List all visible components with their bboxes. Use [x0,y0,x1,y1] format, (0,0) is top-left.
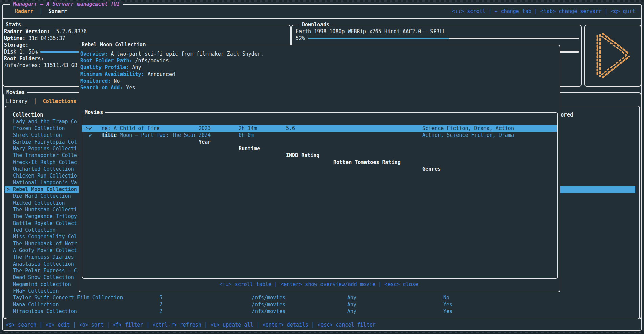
modal-header-genres: Genres [422,166,441,172]
collection-name: The Huntsman Collecti [4,207,77,213]
stats-version-value: 5.2.6.8376 [56,28,86,35]
modal-field-label: Overview: [80,51,108,57]
stats-uptime-value: 31d 04:35:37 [28,35,65,41]
modal-field-value: A two-part sci-fi epic from filmmaker Za… [108,51,264,57]
modal-field: Monitored: No [80,78,120,84]
modal-field-label: Minimum Availability: [80,71,145,77]
movie-title: Rebel Moon – Part Two: The Scar [102,132,196,139]
collection-name: Barbie Fairytopia Col [4,139,77,145]
collection-name: Anastasia Collection [4,261,74,267]
collection-monitored: Yes [443,301,452,308]
tab-separator [33,8,39,14]
terminal-screen: Managarr – A Servarr management TUI Rada… [0,2,644,331]
modal-field-value: Any [129,64,141,70]
collections-row[interactable]: Nana Collection2/nfs/moviesAnyYes [4,301,635,308]
collection-name: Frozen Collection [4,125,65,131]
movies-tab-gap1 [27,98,34,104]
movie-year: 2023 [199,125,211,132]
modal-movie-row[interactable]: =>✔ne: A Child of Fire20232h 14m5.6Scien… [82,125,557,132]
tab-gap [42,8,48,14]
collection-name: Battle Royale Collect [4,220,77,226]
modal-header-rt: Rotten Tomatoes Rating [333,159,401,166]
row-check: ✔ [89,125,92,132]
tab-library[interactable]: Library [6,98,27,104]
collection-name: Lady and the Tramp Co [4,119,77,125]
modal-field-value: /nfs/movies [132,58,169,64]
modal-field-value: No [111,78,120,84]
stats-rootfolder-value: /nfs/movies: 11511.43 GB [4,62,77,69]
stats-disk-label: Disk 1: 56% [4,48,38,55]
collection-name: Wicked Collection [4,200,65,206]
stats-title: Stats [3,21,23,28]
modal-movies-table-title: Movies [82,109,105,116]
downloads-title: Downloads [299,21,332,28]
collection-name: The Princess Diaries [4,254,74,260]
modal-movie-row[interactable]: ✔Rebel Moon – Part Two: The Scar20240h 0… [82,132,557,139]
stats-uptime-label: Uptime: [4,35,25,41]
collection-name: The Hunchback of Notr [4,241,77,247]
modal-field-label: Search on Add: [80,85,123,91]
collections-row[interactable]: Miraculous Collection2/nfs/moviesAnyYes [4,308,635,315]
collection-monitored: No [443,294,449,301]
tab-sonarr[interactable]: Sonarr [48,8,67,14]
modal-field-label: Root Folder Path: [80,58,132,64]
collection-path: /nfs/movies [252,308,285,315]
collection-name: Megamind collection [4,281,71,287]
collections-row[interactable]: Taylor Swift Concert Film Collection5/nf… [4,294,635,301]
collection-count: 2 [159,301,162,308]
collection-name: The Vengeance Trilogy [4,213,77,220]
modal-header-year: Year [199,139,211,145]
movie-genres: Action, Science Fiction, Drama [422,132,514,139]
download-item-name[interactable]: Earth 1998 1080p WEBRip x265 Hindi AAC2.… [296,28,446,35]
app-title: Managarr – A Servarr management TUI [10,1,123,7]
collection-name: Chicken Run Collectio [4,173,77,179]
tab-radarr[interactable]: Radarr [15,8,33,14]
row-prefix: => [83,125,89,132]
collection-name: Mary Poppins Collecti [4,146,77,152]
movies-tab-divider: │ [34,98,37,104]
modal-field: Overview: A two-part sci-fi epic from fi… [80,50,264,57]
movie-imdb-rating: 5.6 [286,125,295,132]
download-progress-bar [308,38,449,39]
collection-name: Shrek Collection [4,132,62,138]
collection-name: The Transporter Colle [4,152,77,159]
stats-storage-label: Storage: [4,42,28,48]
modal-keybindings: <↑↓> scroll table | <enter> show overvie… [79,281,559,288]
collection-profile: Any [347,294,356,301]
tab-collections[interactable]: Collections [43,98,76,104]
collection-count: 2 [159,308,162,315]
movie-runtime: 2h 14m [239,125,257,132]
header-keybindings: <↑↓> scroll | ↔ change tab | <tab> chang… [452,8,635,15]
collection-name: The Polar Express – C [4,268,77,274]
row-check: ✔ [89,132,92,139]
download-item-percent: 52% [296,35,305,42]
collection-name: Taylor Swift Concert Film Collection [4,295,123,301]
modal-field-label: Quality Profile: [80,64,129,70]
collection-name: Dead Snow Collection [4,274,74,280]
servarr-tabs: Radarr │ Sonarr [15,8,67,15]
modal-field-value: Announced [145,71,175,77]
movie-runtime: 0h 0m [239,132,254,139]
collection-name: Miss Congeniality Col [4,234,77,240]
modal-table-header-row: ✔ Title Year Runtime IMDB Rating Rotten … [82,118,557,125]
modal-header-runtime: Runtime [239,145,260,152]
bottom-artifact-strip [0,332,644,333]
collection-name: A Goofy Movie Collect [4,247,77,253]
modal-field-value: Yes [123,85,135,91]
collection-name: Nana Collection [4,301,59,308]
collection-name: Die Hard Collection [4,193,71,199]
collection-name: Uncharted Collection [4,166,74,172]
footer-keybindings: <s> search | <e> edit | <o> sort | <f> f… [6,321,376,328]
collection-name: Miraculous Collection [4,308,77,314]
collections-row-selected[interactable]: => Rebel Moon Collection [4,186,77,193]
collection-name: Ted Collection [4,227,56,233]
modal-field: Quality Profile: Any [80,64,141,71]
movie-title: ne: A Child of Fire [102,125,160,132]
movie-year: 2024 [199,132,211,139]
stats-version-label: Radarr Version: [4,28,50,35]
stats-uptime: Uptime:31d 04:35:37 [4,35,65,42]
collection-monitored: Yes [443,308,452,315]
movie-genres: Science Fiction, Drama, Action [422,125,514,132]
collection-profile: Any [347,301,356,308]
collection-name: Wreck-It Ralph Collec [4,159,77,165]
